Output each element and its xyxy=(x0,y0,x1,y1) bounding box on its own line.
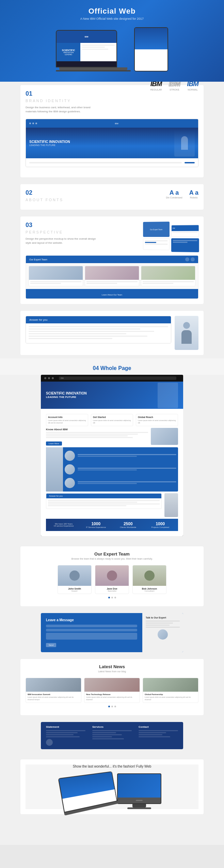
person-thumb-3 xyxy=(65,478,75,488)
team-dots xyxy=(26,597,198,598)
answer-section: Answer for you xyxy=(20,311,204,355)
dot-1[interactable] xyxy=(108,597,110,598)
nav-dot-3 xyxy=(35,123,37,124)
laptop-mockup: IBM SCIENTIFIC INNOVATION LEADING xyxy=(56,30,131,71)
promo-inner: Show the last wonderful... it's the fash… xyxy=(26,765,198,809)
message-section-wrapper: Leave a Message Send Talk to Our Expert xyxy=(0,610,224,656)
team-member-img-2 xyxy=(95,565,129,586)
full-page-section: IBM SCIENTIFIC INNOVATION LEADING THE FU… xyxy=(0,375,224,543)
nav-circle-2 xyxy=(48,377,50,379)
info-box-3: Global Reach Lorem ipsum dolor sit amet … xyxy=(136,414,178,426)
promo-monitor xyxy=(117,773,161,809)
dot-2[interactable] xyxy=(111,597,113,598)
expert-team-card: Our Expert Team Browse the team that is … xyxy=(20,546,204,606)
footer-col-title-3: Contact xyxy=(139,725,178,728)
promo-laptop-tilted xyxy=(58,771,121,816)
hero-devices: IBM SCIENTIFIC INNOVATION LEADING xyxy=(0,27,224,71)
news-dot-2[interactable] xyxy=(111,706,113,707)
talk-expert-title: Talk to Our Expert xyxy=(146,616,180,619)
team-member-role-3: Consultant xyxy=(134,590,164,592)
full-page-preview: IBM SCIENTIFIC INNOVATION LEADING THE FU… xyxy=(41,375,183,536)
section-01-label: Brand Identity xyxy=(26,99,145,103)
news-img-1 xyxy=(26,678,81,692)
message-input-2[interactable] xyxy=(46,629,137,631)
section-03-wrapper: 03 Perspective Design the perspective mo… xyxy=(0,213,224,307)
promo-section: Show the last wonderful... it's the fash… xyxy=(20,759,204,814)
footer-col-3: Contact xyxy=(139,725,178,746)
team-preview-03: Our Expert Team xyxy=(26,255,198,299)
section-03-desc: Design the perspective mockup to show th… xyxy=(26,237,100,245)
info-box-2: Get Started Lorem ipsum dolor sit amet c… xyxy=(91,414,133,426)
nav-dot-2 xyxy=(32,123,34,124)
news-title: Latest News xyxy=(26,664,198,669)
section-03: 03 Perspective Design the perspective mo… xyxy=(20,216,204,304)
screen-preview-01: IBM SCIENTIFIC INNOVATION LEADING THE FU… xyxy=(26,119,198,167)
team-member-name-2: Jane Doe xyxy=(97,588,127,590)
section-04-number: 04 Whole Page xyxy=(0,365,224,371)
know-about-title: Know About IBM xyxy=(46,428,148,431)
hero-title: Official Web xyxy=(0,7,224,16)
team-cards: John Smith Expert Jane Doe Specialist xyxy=(26,565,198,594)
info-row: Account Info Lorem ipsum dolor sit amet … xyxy=(46,414,178,426)
section-02: 02 About Fonts A a Din Condensed A a Rob… xyxy=(20,184,204,210)
font-preview-2: A a Roboto xyxy=(189,189,198,199)
team-card-3: Bob Johnson Consultant xyxy=(132,565,166,594)
learn-more-team[interactable]: Learn About Our Team xyxy=(102,294,122,296)
team-section: Our Expert Team Browse the team that is … xyxy=(26,551,198,598)
news-dot-3[interactable] xyxy=(114,706,116,707)
news-img-3 xyxy=(143,678,198,692)
section-03-number: 03 xyxy=(26,222,137,229)
team-member-role-2: Specialist xyxy=(97,590,127,592)
preview-figure xyxy=(174,129,195,157)
tablet-mockup xyxy=(134,27,168,71)
laptop-base-foot xyxy=(56,70,131,71)
person-thumb-2 xyxy=(65,464,75,475)
page-wrapper: Official Web A New IBM Official Web site… xyxy=(0,0,224,845)
expert-avatar xyxy=(158,629,168,640)
team-member-role-1: Expert xyxy=(60,590,90,592)
promo-section-wrapper: Show the last wonderful... it's the fash… xyxy=(0,756,224,818)
message-left: Leave a Message Send xyxy=(41,613,142,652)
news-subtitle: Latest News from our blog xyxy=(26,670,198,673)
news-card-1: IBM Innovation Summit Lorem ipsum dolor … xyxy=(26,678,81,703)
hero-section: Official Web A New IBM Official Web site… xyxy=(0,0,224,82)
know-about-section: Know About IBM Learn More xyxy=(46,428,178,446)
team-subtitle: Browse the team that is always ready to … xyxy=(26,558,198,560)
news-img-2 xyxy=(84,678,140,692)
send-btn[interactable]: Send xyxy=(46,643,56,647)
answer-person xyxy=(175,316,198,350)
hero-subtitle: A New IBM Official Web site designed for… xyxy=(0,17,224,20)
team-card-2: Jane Doe Specialist xyxy=(95,565,129,594)
info-box-1: Account Info Lorem ipsum dolor sit amet … xyxy=(46,414,88,426)
answer-person-preview xyxy=(164,493,178,517)
section-04-label: 04 Whole Page xyxy=(0,358,224,375)
section-01-number: 01 xyxy=(26,90,145,97)
laptop-base xyxy=(59,67,127,70)
team-member-name-3: Bob Johnson xyxy=(134,588,164,590)
promo-devices xyxy=(26,773,198,809)
nav-dot-1 xyxy=(29,123,31,124)
know-about-img xyxy=(151,428,178,445)
person-thumb-1 xyxy=(65,451,75,461)
know-about-btn[interactable]: Learn More xyxy=(46,441,62,446)
section-03-label: Perspective xyxy=(26,230,137,234)
bottom-spacer xyxy=(0,818,224,845)
message-input-3[interactable] xyxy=(46,633,137,640)
hero-sub-title: LEADING THE FUTURE xyxy=(46,396,87,399)
message-input-1[interactable] xyxy=(46,625,137,627)
answer-preview-title: Answer for you xyxy=(46,494,161,498)
message-title: Leave a Message xyxy=(46,618,137,622)
nav-circle-1 xyxy=(44,377,46,379)
answer-header: Answer for you xyxy=(26,316,171,323)
news-card-2: New Technology Release Lorem ipsum dolor… xyxy=(84,678,140,703)
team-card-1: John Smith Expert xyxy=(58,565,92,594)
news-section: Latest News Latest News from our blog IB… xyxy=(20,659,204,715)
team-title: Our Expert Team xyxy=(26,551,198,557)
footer-col-2: Services xyxy=(92,725,132,746)
news-dot-1[interactable] xyxy=(108,706,110,707)
dot-3[interactable] xyxy=(114,597,116,598)
section-01: 01 Brand Identity Design the business ca… xyxy=(20,85,204,177)
full-page-body: Account Info Lorem ipsum dolor sit amet … xyxy=(41,409,183,536)
answer-preview: Answer for you xyxy=(46,493,178,517)
news-card-3: Global Partnership Lorem ipsum dolor sit… xyxy=(143,678,198,703)
